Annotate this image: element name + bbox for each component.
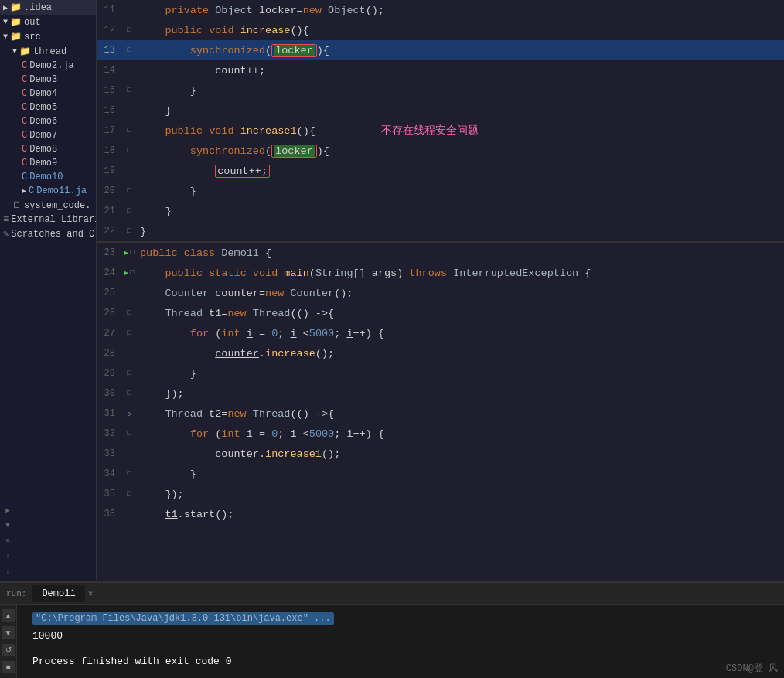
sidebar-item-system[interactable]: 🗋 system_code. bbox=[0, 198, 96, 213]
folder-icon: 📁 bbox=[10, 31, 22, 43]
line-number: 15 bbox=[97, 85, 121, 96]
code-line-13: 13 □ synchronized(locker){ bbox=[97, 40, 784, 60]
java-icon: C bbox=[22, 158, 27, 169]
code-line-24: 24 ▶ □ public static void main(String[] … bbox=[97, 263, 784, 283]
code-content-13: synchronized(locker){ bbox=[137, 44, 784, 57]
console-spacer bbox=[26, 645, 775, 652]
line-number: 30 bbox=[97, 388, 121, 399]
fold-icon[interactable]: □ bbox=[127, 227, 131, 235]
sidebar-item-demo6[interactable]: C Demo6 bbox=[0, 114, 96, 128]
console-path-line: "C:\Program Files\Java\jdk1.8.0_131\bin\… bbox=[26, 609, 775, 627]
gutter-34: □ bbox=[121, 470, 137, 478]
sidebar-item-scratches[interactable]: ✎ Scratches and C bbox=[0, 227, 96, 241]
java-icon: C bbox=[22, 102, 27, 113]
sidebar-item-thread[interactable]: ▼ 📁 thread bbox=[0, 44, 96, 59]
close-tab-button[interactable]: ✕ bbox=[88, 588, 94, 598]
line-number: 26 bbox=[97, 308, 121, 319]
code-content-18: synchronized(locker){ bbox=[137, 145, 784, 158]
gutter-26: □ bbox=[121, 309, 137, 317]
fold-icon[interactable]: □ bbox=[127, 309, 131, 317]
nav-icon-3[interactable]: ≡ bbox=[2, 535, 14, 547]
run-icon[interactable]: ▶ bbox=[124, 268, 128, 278]
code-content-21: } bbox=[137, 206, 784, 217]
gutter-13: □ bbox=[121, 46, 137, 54]
sidebar-item-demo7[interactable]: C Demo7 bbox=[0, 128, 96, 142]
fold-icon[interactable]: □ bbox=[127, 147, 131, 155]
sidebar-label: Demo9 bbox=[29, 158, 57, 169]
fold-icon[interactable]: □ bbox=[127, 370, 131, 377]
sidebar-label: src bbox=[24, 32, 41, 43]
bottom-tab-bar: run: Demo11 ✕ bbox=[0, 583, 784, 605]
run-icon[interactable]: ▶ bbox=[124, 248, 128, 257]
code-content-32: for (int i = 0; i <5000; i++) { bbox=[137, 428, 784, 440]
collapse-arrow: ▶ bbox=[22, 186, 26, 196]
gutter-32: □ bbox=[121, 430, 137, 438]
code-content-33: counter.increase1(); bbox=[137, 448, 784, 460]
code-content-29: } bbox=[137, 368, 784, 380]
fold-icon[interactable]: □ bbox=[130, 269, 134, 277]
code-content-22: } bbox=[137, 226, 784, 237]
nav-icon-5[interactable]: ↓ bbox=[2, 566, 14, 578]
collapse-arrow: ▼ bbox=[3, 18, 8, 26]
bottom-content: ▲ ▼ ↺ ■ "C:\Program Files\Java\jdk1.8.0_… bbox=[0, 605, 784, 678]
sidebar-item-out[interactable]: ▼ 📁 out bbox=[0, 15, 96, 29]
sidebar-label: Scratches and C bbox=[11, 229, 94, 240]
scroll-up-button[interactable]: ▲ bbox=[2, 609, 15, 622]
fold-icon[interactable]: ◇ bbox=[127, 410, 131, 418]
code-line-27: 27 □ for (int i = 0; i <5000; i++) { bbox=[97, 323, 784, 343]
scroll-down-button[interactable]: ▼ bbox=[2, 626, 15, 639]
sidebar-item-src[interactable]: ▼ 📁 src bbox=[0, 29, 96, 44]
fold-icon[interactable]: □ bbox=[127, 187, 131, 195]
line-number: 31 bbox=[97, 408, 121, 419]
fold-icon[interactable]: □ bbox=[127, 430, 131, 438]
collapse-arrow: ▼ bbox=[12, 47, 17, 56]
gutter-17: □ bbox=[121, 127, 137, 135]
tab-demo11[interactable]: Demo11 bbox=[32, 585, 84, 602]
fold-icon[interactable]: □ bbox=[127, 87, 131, 94]
fold-icon[interactable]: □ bbox=[127, 490, 131, 498]
fold-icon[interactable]: □ bbox=[127, 329, 131, 337]
sidebar-item-demo3[interactable]: C Demo3 bbox=[0, 73, 96, 87]
code-content-14: count++; bbox=[137, 65, 784, 77]
rerun-button[interactable]: ↺ bbox=[2, 644, 15, 656]
nav-icon-2[interactable]: ▼ bbox=[2, 520, 14, 532]
folder-icon: 📁 bbox=[19, 46, 31, 57]
line-number: 33 bbox=[97, 448, 121, 459]
sidebar-item-idea[interactable]: ▶ 📁 .idea bbox=[0, 0, 96, 15]
fold-icon[interactable]: □ bbox=[127, 127, 131, 135]
sidebar-item-demo2[interactable]: C Demo2.ja bbox=[0, 59, 96, 73]
console-output-area: "C:\Program Files\Java\jdk1.8.0_131\bin\… bbox=[17, 605, 784, 678]
code-content-30: }); bbox=[137, 388, 784, 400]
sidebar-item-demo4[interactable]: C Demo4 bbox=[0, 87, 96, 101]
nav-icon-1[interactable]: ▶ bbox=[2, 504, 14, 516]
fold-icon[interactable]: □ bbox=[127, 390, 131, 397]
line-number: 24 bbox=[97, 267, 121, 278]
sidebar-item-demo11[interactable]: ▶ C Demo11.ja bbox=[0, 184, 96, 198]
code-line-17: 17 □ public void increase1(){ 不存在线程安全问题 bbox=[97, 121, 784, 141]
fold-icon[interactable]: □ bbox=[127, 207, 131, 215]
code-line-30: 30 □ }); bbox=[97, 383, 784, 404]
java-icon: C bbox=[22, 116, 27, 127]
fold-icon[interactable]: □ bbox=[130, 249, 134, 257]
fold-icon[interactable]: □ bbox=[127, 470, 131, 478]
gutter-18: □ bbox=[121, 147, 137, 155]
fold-icon[interactable]: □ bbox=[127, 26, 131, 34]
nav-icon-4[interactable]: ↑ bbox=[2, 550, 14, 563]
sidebar-item-demo8[interactable]: C Demo8 bbox=[0, 142, 96, 156]
sidebar-item-external[interactable]: ≡ External Librarie bbox=[0, 213, 96, 227]
code-content-11: private Object locker=new Object(); bbox=[137, 5, 784, 16]
java-icon: C bbox=[29, 186, 34, 196]
sidebar-item-demo5[interactable]: C Demo5 bbox=[0, 101, 96, 114]
code-content-16: } bbox=[137, 105, 784, 117]
sidebar-item-demo9[interactable]: C Demo9 bbox=[0, 156, 96, 170]
java-icon: C bbox=[22, 144, 27, 155]
stop-button[interactable]: ■ bbox=[2, 661, 15, 673]
java-icon: C bbox=[22, 88, 27, 99]
fold-icon[interactable]: □ bbox=[127, 46, 131, 54]
sidebar-label: Demo5 bbox=[29, 102, 57, 113]
sidebar-item-demo10[interactable]: C Demo10 bbox=[0, 170, 96, 184]
collapse-arrow: ▼ bbox=[3, 32, 8, 41]
line-number: 13 bbox=[97, 45, 121, 56]
file-icon: 🗋 bbox=[12, 199, 22, 211]
code-line-20: 20 □ } bbox=[97, 181, 784, 201]
